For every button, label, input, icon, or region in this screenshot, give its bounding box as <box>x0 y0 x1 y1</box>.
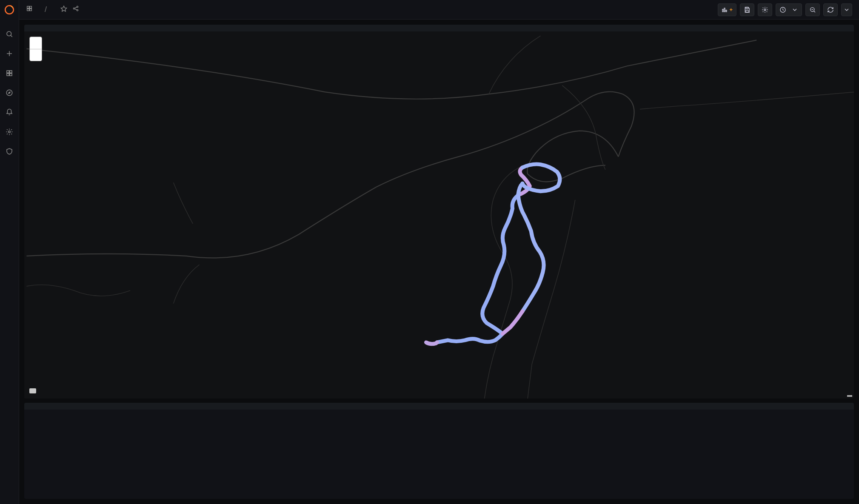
zoom-out-button[interactable] <box>30 49 42 61</box>
svg-rect-5 <box>7 71 9 73</box>
svg-rect-7 <box>7 74 9 76</box>
search-icon[interactable] <box>3 27 16 41</box>
left-rail <box>0 0 19 504</box>
star-icon[interactable] <box>60 5 67 14</box>
svg-rect-15 <box>27 9 29 11</box>
svg-marker-10 <box>8 91 11 94</box>
gps-track <box>426 164 560 344</box>
map-attribution <box>847 395 852 397</box>
svg-point-12 <box>9 131 11 133</box>
plus-icon[interactable] <box>3 47 16 60</box>
alerting-icon[interactable] <box>3 105 16 119</box>
time-range-picker[interactable] <box>776 3 802 16</box>
top-actions: + <box>718 3 852 16</box>
map-svg <box>24 31 854 399</box>
shield-icon[interactable] <box>3 145 16 158</box>
svg-rect-6 <box>10 71 12 73</box>
svg-rect-16 <box>30 9 32 11</box>
svg-marker-17 <box>61 6 66 11</box>
zoom-out-button[interactable] <box>805 3 820 16</box>
svg-rect-8 <box>10 74 12 76</box>
svg-rect-27 <box>746 10 748 12</box>
refresh-button[interactable] <box>823 3 838 16</box>
svg-line-31 <box>814 11 815 12</box>
refresh-interval-button[interactable] <box>841 3 852 16</box>
grafana-logo[interactable] <box>3 3 16 16</box>
svg-rect-13 <box>27 6 29 9</box>
breadcrumb: / <box>26 5 79 14</box>
add-panel-button[interactable]: + <box>718 3 736 16</box>
save-button[interactable] <box>740 3 754 16</box>
map-body[interactable] <box>24 31 854 399</box>
svg-line-21 <box>74 7 77 9</box>
content <box>19 20 859 504</box>
svg-line-22 <box>74 9 77 10</box>
explore-icon[interactable] <box>3 86 16 100</box>
zoom-in-button[interactable] <box>30 37 42 49</box>
chart-svg <box>28 411 850 471</box>
svg-rect-14 <box>30 6 32 9</box>
breadcrumb-sep: / <box>45 5 47 14</box>
svg-point-28 <box>764 9 766 11</box>
dashboards-icon[interactable] <box>3 66 16 80</box>
chevron-down-icon <box>791 6 798 13</box>
configuration-icon[interactable] <box>3 125 16 139</box>
svg-line-2 <box>11 35 12 37</box>
topbar: / + <box>19 0 859 20</box>
zoom-controls <box>29 37 42 61</box>
chart-panel <box>24 403 854 499</box>
chart-panel-title <box>24 403 854 410</box>
svg-rect-26 <box>746 7 748 9</box>
svg-rect-24 <box>724 8 725 12</box>
chart-body[interactable] <box>24 410 854 499</box>
apps-icon[interactable] <box>26 5 33 14</box>
map-panel-title <box>24 25 854 31</box>
svg-rect-25 <box>726 10 727 11</box>
share-icon[interactable] <box>72 5 79 14</box>
settings-button[interactable] <box>758 3 772 16</box>
svg-rect-23 <box>722 9 723 11</box>
map-legend <box>29 388 36 393</box>
map-panel <box>24 25 854 399</box>
svg-point-1 <box>7 31 11 36</box>
